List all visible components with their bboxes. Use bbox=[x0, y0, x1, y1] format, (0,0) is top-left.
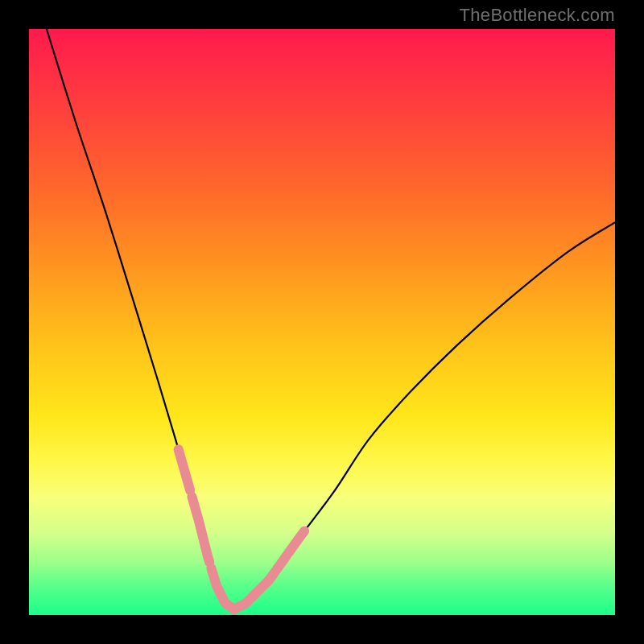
highlight-group bbox=[179, 449, 305, 609]
highlight-segment-4 bbox=[250, 572, 275, 598]
plot-area bbox=[29, 29, 615, 615]
watermark-text: TheBottleneck.com bbox=[460, 5, 615, 26]
highlight-segment-3 bbox=[229, 601, 249, 609]
curve-svg bbox=[29, 29, 615, 615]
highlight-segment-7 bbox=[297, 531, 304, 541]
bottleneck-curve bbox=[47, 29, 615, 609]
highlight-segment-5 bbox=[277, 555, 287, 569]
highlight-segment-0 bbox=[179, 449, 191, 490]
highlight-segment-1 bbox=[192, 497, 209, 563]
chart-frame: TheBottleneck.com bbox=[0, 0, 644, 644]
highlight-segment-2 bbox=[211, 568, 227, 605]
